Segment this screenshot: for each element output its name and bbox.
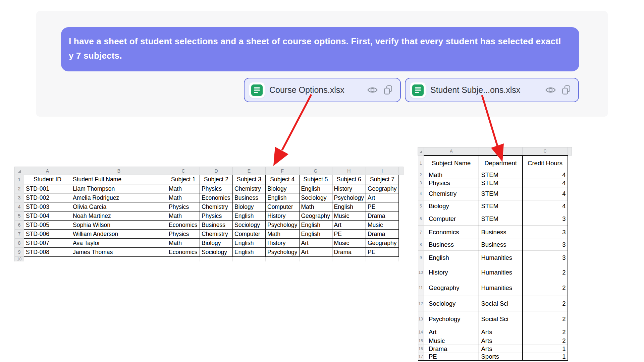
cell: Drama [366,230,399,239]
cell-credit-hours: 4 [523,179,568,187]
cell: STD-008 [24,248,71,257]
attachment-chip-student-subjects[interactable]: Student Subje...ons.xlsx [405,78,579,102]
copy-icon[interactable] [383,85,393,95]
cell: English [332,202,366,212]
row-number: 8 [418,239,424,251]
column-letter: B [71,167,167,175]
row-number: 3 [418,179,424,187]
table-row: 3PhysicsSTEM4 [418,179,572,187]
row-number-clipped: 10 [15,257,24,262]
column-letter-clipped [568,147,572,156]
cell-credit-hours: 3 [523,226,568,239]
cell-credit-hours: 2 [523,337,568,345]
cell: Psychology [266,248,300,257]
clipped-area [568,337,572,345]
cell-credit-hours: 3 [523,212,568,226]
attachment-chip-course-options[interactable]: Course Options.xlsx [244,78,401,102]
cell-subject-name: Computer [424,212,479,226]
cell: English [266,193,300,202]
clipped-area [568,200,572,212]
preview-eye-icon[interactable] [367,86,378,94]
clipped-area [568,296,572,311]
cell: STD-004 [24,212,71,221]
row-number: 10 [418,265,424,280]
cell: PE [332,230,366,239]
cell-credit-hours: 4 [523,187,568,200]
table-row: 7STD-006William AndersonPhysicsChemistry… [15,230,404,239]
cell-department: STEM [479,179,523,187]
excel-file-icon [249,82,265,98]
cell-department: STEM [479,171,523,179]
header-cell: Student ID [24,175,71,184]
preview-eye-icon[interactable] [545,86,556,94]
cell: Economics [167,248,200,257]
table-row: 3STD-002Amelia RodriguezMathEconomicsBus… [15,193,404,202]
cell: Chemistry [233,184,266,193]
cell: Sociology [233,221,266,230]
column-letter: A [424,147,479,156]
cell-credit-hours: 4 [523,200,568,212]
cell: STD-003 [24,202,71,212]
table-row: 5STD-004Noah MartinezMathPhysicsEnglishH… [15,212,404,221]
cell: Ava Taylor [71,239,167,248]
clipped-cell [167,257,200,262]
cell: Liam Thompson [71,184,167,193]
clipped-area [399,257,404,262]
cell-credit-hours: 4 [523,171,568,179]
cell: English [299,221,332,230]
table-row: 6ComputerSTEM3 [418,212,572,226]
cell: Biology [200,239,233,248]
cell-credit-hours: 2 [523,296,568,311]
corner-triangle-icon [18,170,21,173]
table-row: 2STD-001Liam ThompsonMathPhysicsChemistr… [15,184,404,193]
cell: PE [366,248,399,257]
table-row: 5BiologySTEM4 [418,200,572,212]
header-cell: Subject 1 [167,175,200,184]
clipped-area [399,202,404,212]
column-letter-clipped [399,167,404,175]
header-cell: Subject 4 [266,175,300,184]
cell-subject-name: Math [424,171,479,179]
cell-department: Social Sci [479,311,523,327]
table-row: 12SociologySocial Sci2 [418,296,572,311]
row-number: 14 [418,327,424,337]
clipped-area [568,187,572,200]
cell-department: Arts [479,327,523,337]
cell-department: Humanities [479,251,523,265]
course-options-table: ABC1Subject NameDepartmentCredit Hours2M… [418,147,572,361]
cell-subject-name: Geography [424,280,479,296]
cell: Music [332,212,366,221]
cell: Music [366,221,399,230]
cell-department: Business [479,239,523,251]
table-row: 10HistoryHumanities2 [418,265,572,280]
table-row: 2MathSTEM4 [418,171,572,179]
row-number: 5 [418,200,424,212]
cell-subject-name: Chemistry [424,187,479,200]
clipped-area [568,171,572,179]
cell: Math [266,230,300,239]
cell: Physics [167,230,200,239]
cell: Economics [200,193,233,202]
header-cell: Subject 2 [200,175,233,184]
clipped-area [399,230,404,239]
cell: Computer [266,202,300,212]
cell-subject-name: Biology [424,200,479,212]
cell-department: STEM [479,212,523,226]
copy-icon[interactable] [561,85,571,95]
cell-credit-hours: 2 [523,280,568,296]
attachment-filename: Course Options.xlsx [269,85,348,95]
clipped-area [568,280,572,296]
header-row: 1Subject NameDepartmentCredit Hours [418,156,572,171]
cell: Music [332,239,366,248]
header-cell: Student Full Name [71,175,167,184]
row-number: 9 [15,248,24,257]
clipped-cell [299,257,332,262]
row-number: 1 [15,175,24,184]
row-number: 5 [15,212,24,221]
header-cell: Credit Hours [523,156,568,171]
cell: Art [332,221,366,230]
cell: William Anderson [71,230,167,239]
cell: Drama [366,212,399,221]
cell: STD-005 [24,221,71,230]
header-cell: Subject 3 [233,175,266,184]
